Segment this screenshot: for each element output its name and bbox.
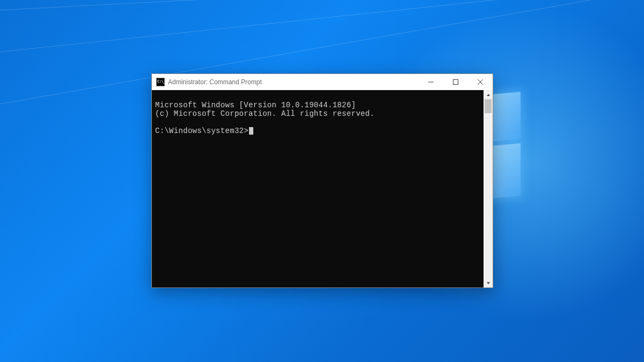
cmd-icon — [156, 78, 165, 86]
terminal-prompt: C:\Windows\system32> — [155, 127, 248, 135]
maximize-button[interactable] — [443, 74, 468, 90]
vertical-scrollbar[interactable] — [484, 90, 493, 287]
window-titlebar[interactable]: Administrator: Command Prompt — [152, 74, 493, 90]
svg-rect-0 — [453, 80, 458, 85]
window-title: Administrator: Command Prompt — [168, 78, 262, 86]
scroll-up-arrow-icon[interactable] — [484, 90, 493, 99]
terminal-output[interactable]: Microsoft Windows [Version 10.0.19044.18… — [152, 90, 484, 287]
close-button[interactable] — [468, 74, 493, 90]
scrollbar-thumb[interactable] — [485, 99, 492, 113]
scroll-down-arrow-icon[interactable] — [484, 278, 493, 287]
terminal-line: Microsoft Windows [Version 10.0.19044.18… — [155, 101, 356, 109]
scrollbar-track[interactable] — [484, 99, 493, 278]
minimize-button[interactable] — [419, 74, 443, 90]
terminal-cursor — [249, 127, 253, 135]
desktop-background: Administrator: Command Prompt Microsoft … — [0, 0, 644, 362]
terminal-line: (c) Microsoft Corporation. All rights re… — [155, 109, 375, 118]
command-prompt-window[interactable]: Administrator: Command Prompt Microsoft … — [151, 73, 493, 288]
